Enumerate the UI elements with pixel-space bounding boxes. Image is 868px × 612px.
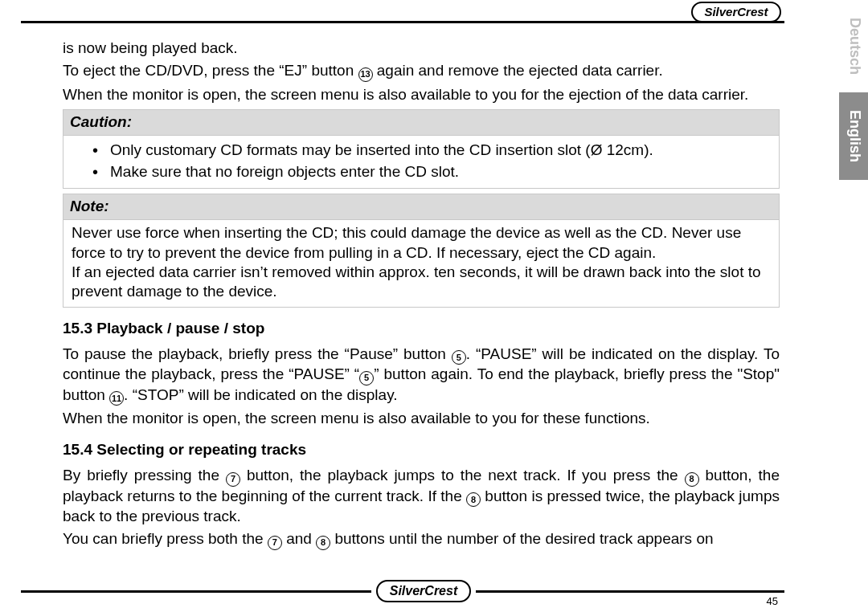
intro-line-1: is now being played back. <box>63 39 780 58</box>
caution-item: Make sure that no foreign objects enter … <box>92 162 771 182</box>
language-sidebar: Deutsch English <box>791 0 868 612</box>
caution-title: Caution: <box>63 110 779 136</box>
page-number: 45 <box>767 595 778 607</box>
text: button, the playback jumps to the next t… <box>240 467 685 483</box>
brand-logo-bottom: SilverCrest <box>371 580 476 602</box>
ref-8-icon: 8 <box>316 536 330 550</box>
note-box: Note: Never use force when inserting the… <box>63 194 780 308</box>
intro-line-3: When the monitor is open, the screen men… <box>63 85 780 104</box>
section-15-3-tail: When the monitor is open, the screen men… <box>63 409 780 428</box>
caution-item: Only customary CD formats may be inserte… <box>92 141 771 160</box>
note-p2: If an ejected data carrier isn’t removed… <box>72 263 771 302</box>
ref-13-icon: 13 <box>358 67 373 82</box>
content-area: is now being played back. To eject the C… <box>63 39 780 553</box>
note-p1: Never use force when inserting the CD; t… <box>72 223 771 263</box>
svg-text:SilverCrest: SilverCrest <box>390 584 458 598</box>
section-15-4-body: By briefly pressing the 7 button, the pl… <box>63 466 780 526</box>
text: . “STOP” will be indicated on the displa… <box>124 386 397 403</box>
section-15-3-heading: 15.3 Playback / pause / stop <box>63 319 780 338</box>
ref-5-icon: 5 <box>452 350 466 365</box>
ref-11-icon: 11 <box>109 391 124 406</box>
ref-8-icon: 8 <box>685 472 699 487</box>
text: By briefly pressing the <box>63 467 226 483</box>
language-tab-deutsch: Deutsch <box>839 0 868 92</box>
text: You can briefly press both the <box>63 530 268 547</box>
text: and <box>282 530 316 547</box>
ref-8-icon: 8 <box>466 492 481 507</box>
text: again and remove the ejected data carrie… <box>373 62 663 79</box>
text: To pause the playback, briefly press the… <box>63 345 452 362</box>
text: To eject the CD/DVD, press the “EJ” butt… <box>63 62 358 79</box>
ref-5-icon: 5 <box>359 371 374 386</box>
section-15-4-heading: 15.4 Selecting or repeating tracks <box>63 440 780 459</box>
text: buttons until the number of the desired … <box>330 530 713 547</box>
note-title: Note: <box>63 194 779 220</box>
manual-page: SilverCrest Deutsch English is now being… <box>0 0 868 612</box>
top-rule <box>21 21 784 23</box>
section-15-3-body: To pause the playback, briefly press the… <box>63 345 780 406</box>
ref-7-icon: 7 <box>268 536 282 550</box>
intro-line-2: To eject the CD/DVD, press the “EJ” butt… <box>63 61 780 82</box>
ref-7-icon: 7 <box>226 472 240 487</box>
language-tab-english: English <box>839 92 868 180</box>
caution-body: Only customary CD formats may be inserte… <box>63 136 779 188</box>
svg-text:SilverCrest: SilverCrest <box>704 5 768 18</box>
section-15-4-tail: You can briefly press both the 7 and 8 b… <box>63 529 780 550</box>
brand-logo-top: SilverCrest <box>691 2 781 22</box>
caution-box: Caution: Only customary CD formats may b… <box>63 109 780 189</box>
note-body: Never use force when inserting the CD; t… <box>63 220 779 306</box>
